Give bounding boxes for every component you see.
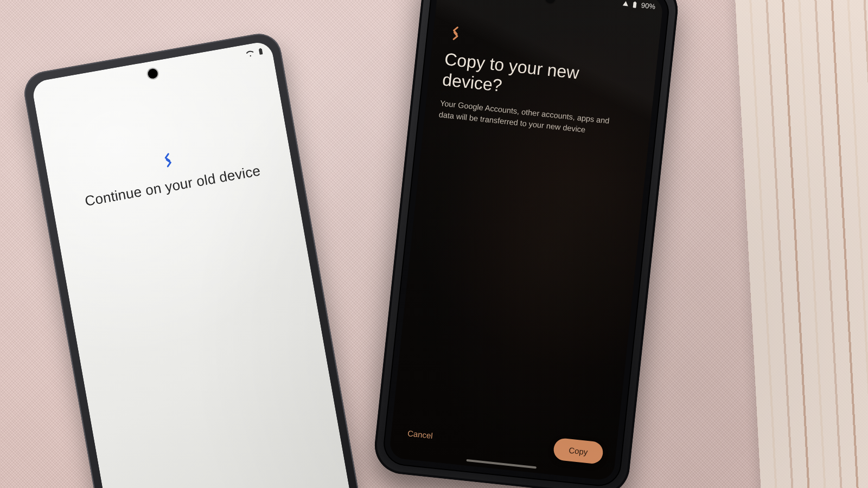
right-setup-content: Copy to your new device? Your Google Acc…: [438, 24, 645, 141]
signal-icon: [623, 1, 629, 6]
front-camera-icon: [147, 68, 158, 79]
right-phone-device: 12:34 90%: [381, 0, 671, 488]
left-setup-content: Continue on your old device: [47, 131, 294, 216]
copy-button[interactable]: Copy: [553, 438, 604, 465]
battery-text: 90%: [641, 1, 655, 11]
right-footer: Cancel Copy: [403, 422, 604, 465]
wifi-icon: [246, 49, 254, 57]
front-camera-icon: [545, 0, 556, 4]
cancel-button[interactable]: Cancel: [403, 423, 437, 446]
battery-icon: [630, 0, 639, 8]
left-phone-device: Continue on your old device: [21, 30, 370, 488]
battery-icon: [256, 47, 265, 56]
left-status-bar: [246, 47, 265, 58]
photo-background: Continue on your old device 12:34: [0, 0, 868, 488]
left-phone-screen: Continue on your old device: [31, 40, 360, 488]
